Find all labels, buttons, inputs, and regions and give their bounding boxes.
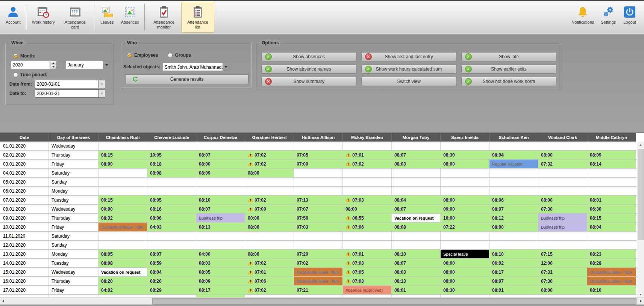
scroll-up-icon[interactable] <box>637 142 644 148</box>
entry-time: 08:07 <box>150 252 162 257</box>
scroll-right-icon[interactable] <box>638 298 644 304</box>
option-show-work-hours-calculated-sum-button[interactable]: ✓Show work hours calculated sum <box>361 65 456 74</box>
empty-cell <box>489 187 538 196</box>
attendance-cell: 06:00 <box>441 259 489 268</box>
vertical-scrollbar-thumb[interactable] <box>638 149 644 240</box>
date-from-label: Date from: <box>9 81 33 87</box>
toolbar-button-label: Work history <box>32 20 55 25</box>
month-select-arrow-icon[interactable] <box>103 61 110 69</box>
toolbar-button-attendance-monitor[interactable]: Attendance monitor <box>147 2 180 33</box>
toolbar-button-absences[interactable]: Absences <box>118 2 142 33</box>
table-row: 02.01.2020Thursday08:1510:0508:0707:0207… <box>0 151 644 160</box>
check-circle-icon: ✓ <box>365 66 372 72</box>
date-from-input[interactable] <box>35 80 98 88</box>
options-panel: Options ✓Show absences✕Show first and la… <box>256 43 560 90</box>
selected-objects-arrow-icon[interactable] <box>223 63 230 71</box>
table-row: 03.01.2020Friday08:0008:1808:0007:0207:0… <box>0 160 644 169</box>
entry-time: 08:30 <box>443 288 455 293</box>
toolbar-button-leaves[interactable]: Leaves <box>97 2 117 33</box>
filter-bar: When Month: January Time period: D <box>0 35 644 132</box>
warning-icon <box>248 207 253 211</box>
entry-time: 08:07 <box>199 152 211 158</box>
day-cell: Wednesday <box>49 268 98 277</box>
spinner-down-icon[interactable] <box>50 65 56 69</box>
empty-cell <box>343 232 392 241</box>
entry-time: 08:10 <box>492 252 504 257</box>
empty-cell <box>245 241 294 250</box>
empty-cell <box>587 241 636 250</box>
attendance-cell: 08:30 <box>441 151 489 160</box>
scroll-down-icon[interactable] <box>637 291 644 298</box>
attendance-cell: 08:04 <box>147 268 196 277</box>
toolbar-button-label: Notifications <box>571 20 594 25</box>
spinner-up-icon[interactable] <box>50 61 56 65</box>
entry-time: 08:07 <box>394 152 406 158</box>
entry-time: 07:01 <box>352 252 364 257</box>
option-show-absence-names-button[interactable]: ✓Show absence names <box>261 65 356 74</box>
toolbar-button-attendance-list[interactable]: Attendance list <box>181 2 214 33</box>
date-to-input[interactable] <box>35 89 98 98</box>
empty-cell <box>392 232 441 241</box>
toolbar-button-logout[interactable]: Logout <box>620 2 640 33</box>
attendance-cell: 08:00 <box>489 223 538 232</box>
year-spinner[interactable] <box>50 61 56 69</box>
option-show-not-done-work-norm-button[interactable]: ✓Show not done work norm <box>461 77 556 86</box>
selected-objects-value[interactable]: Smith John, Arab Muhannad, Arispe An <box>163 63 223 71</box>
entry-time: 07:03 <box>352 197 364 203</box>
entry-time: 08:23 <box>590 252 602 257</box>
horizontal-scrollbar[interactable] <box>0 297 644 304</box>
option-switch-view-button[interactable]: Switch view <box>361 77 456 86</box>
entry-time: 08:09 <box>199 170 211 176</box>
who-panel-title: Who <box>125 40 139 45</box>
entry-time: 08:08 <box>150 170 162 176</box>
attendance-cell: 07:03 <box>343 196 392 205</box>
option-show-absences-button[interactable]: ✓Show absences <box>261 52 356 61</box>
month-select-value[interactable]: January <box>66 61 103 69</box>
entry-time: 07:06 <box>352 225 364 230</box>
option-show-earlier-exits-button[interactable]: ✓Show earlier exits <box>461 65 556 74</box>
entry-time: 07:30 <box>541 207 553 212</box>
absence-cell: Business trip <box>538 214 587 223</box>
option-show-first-and-last-entry-button[interactable]: ✕Show first and last entry <box>361 52 456 61</box>
month-radio[interactable] <box>13 54 18 59</box>
column-header-huffman-allison: Huffman Allison <box>294 133 343 142</box>
entry-time: 08:16 <box>150 207 162 212</box>
year-input[interactable] <box>11 61 50 69</box>
date-cell: 12.01.2020 <box>0 241 49 250</box>
employees-radio[interactable] <box>127 53 132 58</box>
option-show-late-button[interactable]: ✓Show late <box>461 52 556 61</box>
x-circle-icon: ✕ <box>365 53 372 60</box>
attendance-cell: 08:01 <box>587 196 636 205</box>
toolbar-button-settings[interactable]: Settings <box>598 2 619 33</box>
toolbar-button-attendance-card[interactable]: Attendance card <box>59 2 92 33</box>
entry-time: 08:17 <box>492 270 504 275</box>
attendance-cell: 08:09 <box>587 151 636 160</box>
attendance-cell: 08:01 <box>489 286 538 295</box>
empty-cell <box>245 178 294 187</box>
option-button-label: Show late <box>462 54 556 59</box>
toolbar-button-notifications[interactable]: Notifications <box>568 2 597 33</box>
date-cell: 14.01.2020 <box>0 259 49 268</box>
groups-radio[interactable] <box>168 53 173 58</box>
attendance-cell: 09:15 <box>98 196 147 205</box>
attendance-cell: 07:32 <box>538 160 587 169</box>
option-show-summary-button[interactable]: ✕Show summary <box>261 77 356 86</box>
attendance-cell: 07:02 <box>245 196 294 205</box>
generate-results-button[interactable]: Generate results <box>125 74 249 84</box>
horizontal-scrollbar-thumb[interactable] <box>152 298 636 304</box>
attendance-cell: 08:00 <box>538 151 587 160</box>
date-cell: 16.01.2020 <box>0 277 49 286</box>
entry-time: 08:04 <box>150 270 162 275</box>
toolbar-button-account[interactable]: Account <box>3 2 24 33</box>
scroll-left-icon[interactable] <box>0 298 6 304</box>
option-button-label: Switch view <box>362 79 456 84</box>
vertical-scrollbar[interactable] <box>637 142 644 298</box>
toolbar-separator <box>26 4 27 31</box>
time-period-radio[interactable] <box>13 72 18 77</box>
entry-time: 08:01 <box>492 288 504 293</box>
empty-cell <box>294 178 343 187</box>
toolbar-button-work-history[interactable]: Work history <box>29 2 58 33</box>
column-header-gerstner-herbert: Gerstner Herbert <box>245 133 294 142</box>
warning-icon <box>248 197 253 202</box>
attendance-cell: 07:01 <box>245 268 294 277</box>
